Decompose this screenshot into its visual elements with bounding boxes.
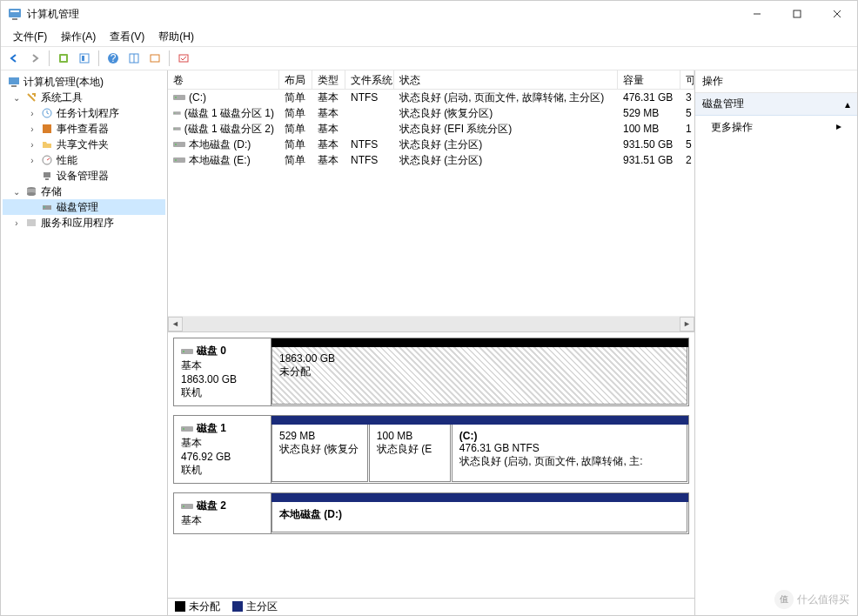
tree-event-viewer[interactable]: › 事件查看器	[3, 121, 165, 137]
tree-label: 磁盘管理	[57, 200, 98, 215]
tree-label: 任务计划程序	[57, 106, 119, 121]
window-title: 计算机管理	[27, 7, 737, 22]
back-button[interactable]	[4, 49, 23, 68]
tree-performance[interactable]: › 性能	[3, 152, 165, 168]
scroll-track[interactable]	[183, 317, 680, 331]
col-capacity[interactable]: 容量	[618, 70, 680, 89]
tree-label: 存储	[41, 184, 62, 199]
tree-disk-management[interactable]: 磁盘管理	[3, 199, 165, 215]
menubar: 文件(F) 操作(A) 查看(V) 帮助(H)	[1, 27, 857, 46]
tree-device-manager[interactable]: 设备管理器	[3, 168, 165, 184]
volume-list[interactable]: (C:)简单基本NTFS状态良好 (启动, 页面文件, 故障转储, 主分区)47…	[168, 90, 694, 168]
expand-icon[interactable]: ›	[27, 156, 37, 165]
computer-icon	[7, 75, 21, 89]
col-volume[interactable]: 卷	[168, 70, 279, 89]
collapse-icon[interactable]: ⌄	[11, 93, 22, 103]
clock-icon	[40, 106, 54, 120]
legend-primary: 主分区	[232, 599, 278, 614]
expand-icon[interactable]: ›	[27, 124, 37, 134]
tree-storage[interactable]: ⌄ 存储	[3, 184, 165, 199]
svg-point-41	[183, 351, 184, 352]
tree-system-tools[interactable]: ⌄ 系统工具	[3, 90, 165, 105]
volume-row[interactable]: (磁盘 1 磁盘分区 2)简单基本状态良好 (EFI 系统分区)100 MB1	[168, 121, 694, 137]
tree-label: 性能	[57, 153, 77, 168]
tree-services-apps[interactable]: › 服务和应用程序	[3, 215, 165, 231]
toolbar-btn-2[interactable]	[75, 49, 94, 68]
partition[interactable]: 1863.00 GB未分配	[271, 347, 687, 405]
svg-point-28	[44, 206, 45, 208]
app-icon	[8, 7, 22, 21]
collapse-icon[interactable]: ⌄	[11, 187, 22, 197]
toolbar-btn-5[interactable]	[174, 49, 193, 68]
menu-action[interactable]: 操作(A)	[54, 28, 103, 46]
menu-view[interactable]: 查看(V)	[103, 28, 151, 46]
tree-label: 设备管理器	[57, 169, 109, 184]
svg-rect-16	[179, 55, 188, 62]
folder-icon	[40, 137, 54, 151]
actions-pane: 操作 磁盘管理 ▴ 更多操作 ▸	[695, 70, 857, 615]
partition[interactable]: 本地磁盘 (D:)	[271, 502, 687, 532]
tree-task-scheduler[interactable]: › 任务计划程序	[3, 105, 165, 121]
tree-root[interactable]: 计算机管理(本地)	[3, 74, 165, 90]
svg-point-39	[175, 159, 177, 161]
volume-row[interactable]: (磁盘 1 磁盘分区 1)简单基本状态良好 (恢复分区)529 MB5	[168, 105, 694, 121]
col-type[interactable]: 类型	[312, 70, 345, 89]
actions-more[interactable]: 更多操作 ▸	[695, 116, 857, 139]
minimize-button[interactable]	[737, 1, 777, 27]
menu-help[interactable]: 帮助(H)	[151, 28, 201, 46]
tools-icon	[24, 90, 38, 104]
collapse-icon[interactable]: ▴	[845, 98, 850, 110]
expand-icon[interactable]: ›	[27, 109, 37, 118]
svg-rect-18	[11, 85, 17, 87]
svg-point-35	[174, 128, 175, 129]
help-button[interactable]: ?	[104, 49, 123, 68]
partition[interactable]: 529 MB状态良好 (恢复分	[271, 425, 368, 482]
partition[interactable]: (C:)476.31 GB NTFS状态良好 (启动, 页面文件, 故障转储, …	[452, 425, 687, 482]
tree-label: 系统工具	[41, 90, 83, 105]
watermark: 值 什么值得买	[774, 590, 849, 609]
forward-button[interactable]	[25, 49, 44, 68]
svg-rect-0	[9, 9, 21, 17]
volume-list-header: 卷 布局 类型 文件系统 状态 容量 可	[168, 70, 694, 90]
col-fs[interactable]: 文件系统	[345, 70, 394, 89]
legend-unalloc: 未分配	[175, 599, 220, 614]
expand-icon[interactable]: ›	[11, 218, 22, 228]
col-free[interactable]: 可	[680, 70, 694, 89]
svg-point-37	[175, 144, 177, 145]
volume-row[interactable]: 本地磁盘 (E:)简单基本NTFS状态良好 (主分区)931.51 GB2	[168, 152, 694, 168]
expand-icon[interactable]: ›	[27, 140, 37, 150]
svg-point-33	[174, 112, 175, 113]
close-button[interactable]	[817, 1, 857, 27]
main-area: 计算机管理(本地) ⌄ 系统工具 › 任务计划程序 › 事件查看器 › 共享文件…	[1, 70, 857, 615]
volume-row[interactable]: 本地磁盘 (D:)简单基本NTFS状态良好 (主分区)931.50 GB5	[168, 137, 694, 152]
disk-block[interactable]: 磁盘 0基本1863.00 GB联机1863.00 GB未分配	[173, 338, 689, 406]
col-status[interactable]: 状态	[394, 70, 618, 89]
volume-row[interactable]: (C:)简单基本NTFS状态良好 (启动, 页面文件, 故障转储, 主分区)47…	[168, 90, 694, 105]
nav-tree[interactable]: 计算机管理(本地) ⌄ 系统工具 › 任务计划程序 › 事件查看器 › 共享文件…	[1, 70, 168, 615]
scroll-right-icon[interactable]: ►	[680, 317, 694, 331]
disk-block[interactable]: 磁盘 2基本本地磁盘 (D:)	[173, 492, 689, 534]
disk-block[interactable]: 磁盘 1基本476.92 GB联机529 MB状态良好 (恢复分100 MB状态…	[173, 415, 689, 484]
scroll-left-icon[interactable]: ◄	[168, 317, 183, 331]
toolbar-btn-3[interactable]	[124, 49, 144, 68]
svg-rect-17	[9, 77, 19, 84]
partition[interactable]: 100 MB状态良好 (E	[369, 425, 451, 482]
svg-point-45	[183, 506, 184, 507]
toolbar-btn-4[interactable]	[145, 49, 164, 68]
svg-rect-4	[794, 10, 801, 17]
menu-file[interactable]: 文件(F)	[6, 28, 54, 46]
h-scrollbar[interactable]: ◄ ►	[168, 316, 694, 331]
svg-text:?: ?	[111, 52, 117, 64]
disk-graphic-pane[interactable]: 磁盘 0基本1863.00 GB联机1863.00 GB未分配 磁盘 1基本47…	[168, 331, 694, 598]
toolbar-separator	[49, 50, 50, 66]
toolbar-btn-1[interactable]	[54, 49, 73, 68]
svg-rect-1	[10, 10, 19, 12]
tree-shared-folders[interactable]: › 共享文件夹	[3, 137, 165, 152]
svg-point-43	[183, 428, 184, 430]
col-layout[interactable]: 布局	[279, 70, 312, 89]
svg-rect-29	[27, 219, 36, 226]
maximize-button[interactable]	[777, 1, 817, 27]
actions-section[interactable]: 磁盘管理 ▴	[695, 93, 857, 116]
tree-label: 共享文件夹	[57, 137, 109, 152]
tree-label: 计算机管理(本地)	[23, 75, 104, 90]
